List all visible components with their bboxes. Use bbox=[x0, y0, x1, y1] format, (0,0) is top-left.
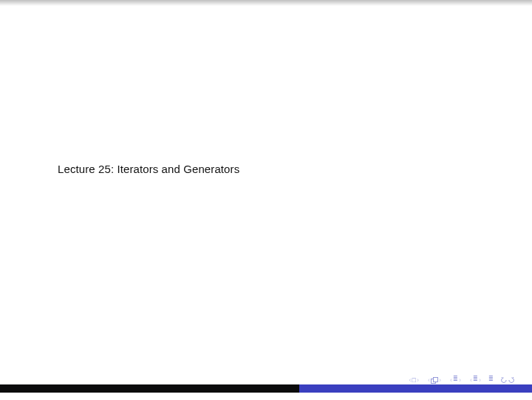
nav-subsection-icon[interactable] bbox=[431, 377, 438, 384]
nav-subsection-group: ‹ › bbox=[428, 377, 441, 384]
slide-body: Lecture 25: Iterators and Generators ‹ □… bbox=[0, 0, 532, 392]
nav-frame-next-icon[interactable]: › bbox=[417, 377, 419, 384]
nav-goto-end-icon[interactable]: ≣ bbox=[488, 376, 494, 382]
slide-title: Lecture 25: Iterators and Generators bbox=[58, 163, 239, 175]
page-top-shadow bbox=[0, 0, 532, 6]
nav-backforward-group bbox=[499, 376, 516, 384]
nav-section-prev-icon[interactable]: ‹ bbox=[470, 377, 472, 384]
nav-subsection-prev-icon[interactable]: ‹ bbox=[428, 377, 430, 384]
nav-goto-end-group: ≣ bbox=[488, 377, 494, 383]
nav-section-next-icon[interactable]: › bbox=[479, 377, 481, 384]
nav-back-forward-icon[interactable] bbox=[499, 376, 516, 384]
nav-subsection-next-icon[interactable]: › bbox=[439, 377, 441, 384]
nav-slide-icon[interactable]: ≣ bbox=[453, 376, 458, 382]
nav-frame-group: ‹ □ › bbox=[409, 377, 419, 384]
nav-slide-prev-icon[interactable]: ‹ bbox=[450, 377, 452, 384]
nav-frame-prev-icon[interactable]: ‹ bbox=[409, 377, 412, 384]
svg-rect-1 bbox=[434, 377, 438, 382]
footer-left-block bbox=[0, 384, 299, 393]
beamer-footer bbox=[0, 384, 532, 393]
nav-slide-next-icon[interactable]: › bbox=[459, 377, 461, 384]
nav-section-group: ‹ ≣ › bbox=[470, 377, 481, 384]
nav-slide-group: ‹ ≣ › bbox=[450, 377, 461, 384]
page-bottom-gap bbox=[0, 393, 532, 400]
nav-section-icon[interactable]: ≣ bbox=[473, 376, 478, 382]
nav-frame-icon[interactable]: □ bbox=[412, 377, 416, 384]
beamer-nav-bar: ‹ □ › ‹ › ‹ ≣ › ‹ ≣ › bbox=[0, 376, 532, 384]
footer-right-block bbox=[299, 384, 532, 393]
